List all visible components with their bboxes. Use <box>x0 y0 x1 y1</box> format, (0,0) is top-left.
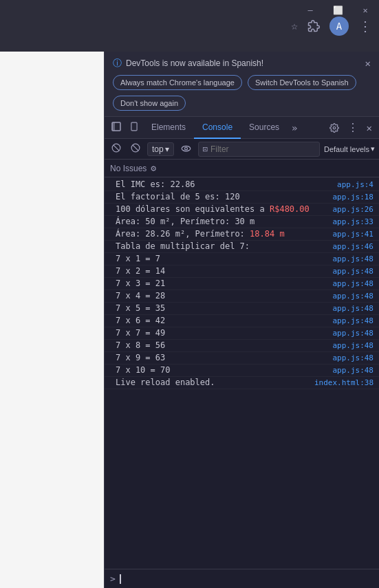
clear-console-icon[interactable] <box>109 142 124 156</box>
svg-point-10 <box>184 147 187 150</box>
info-icon: ⓘ <box>113 57 122 69</box>
browser-toolbar: — ⬜ ✕ ☆ A ⋮ <box>0 0 379 52</box>
console-input-area[interactable]: > <box>105 569 379 588</box>
console-line: 7 x 2 = 14 app.js:48 <box>105 265 379 278</box>
line-text: 7 x 7 = 49 <box>116 328 327 338</box>
console-toolbar: top ▾ ⊡ Default levels ▾ <box>105 139 379 160</box>
console-output: El IMC es: 22.86 app.js:4 El factorial d… <box>105 177 379 569</box>
switch-language-button[interactable]: Switch DevTools to Spanish <box>248 75 356 90</box>
line-text: 7 x 1 = 7 <box>116 254 327 263</box>
line-source[interactable]: index.html:38 <box>314 378 373 387</box>
console-line: 7 x 9 = 63 app.js:48 <box>105 352 379 364</box>
line-source[interactable]: app.js:48 <box>332 341 373 350</box>
console-line: Área: 28.26 m², Perímetro: 18.84 m app.j… <box>105 228 379 241</box>
line-source[interactable]: app.js:48 <box>332 353 373 362</box>
close-button[interactable]: ✕ <box>351 0 379 21</box>
page-content-area <box>0 52 104 588</box>
svg-point-4 <box>333 127 336 129</box>
line-text: 7 x 2 = 14 <box>116 266 327 276</box>
eye-icon[interactable] <box>178 142 194 155</box>
line-text: 100 dólares son equivalentes a R$480.00 <box>116 204 327 214</box>
block-icon[interactable] <box>128 142 143 156</box>
console-prompt: > <box>110 574 116 584</box>
notification-title: ⓘ DevTools is now available in Spanish! <box>113 57 263 69</box>
svg-line-6 <box>113 145 119 151</box>
tab-console[interactable]: Console <box>194 117 241 139</box>
notification-banner: ⓘ DevTools is now available in Spanish! … <box>105 52 379 117</box>
device-toggle-icon[interactable] <box>125 119 143 136</box>
line-source[interactable]: app.js:46 <box>332 242 373 251</box>
filter-area[interactable]: ⊡ <box>198 142 320 157</box>
filter-input[interactable] <box>210 144 315 154</box>
console-line: 7 x 10 = 70 app.js:48 <box>105 364 379 377</box>
line-text: El factorial de 5 es: 120 <box>116 192 327 202</box>
devtools-more-options-icon[interactable]: ⋮ <box>343 118 362 137</box>
default-levels-label: Default levels <box>324 145 369 153</box>
line-text: 7 x 10 = 70 <box>116 365 327 375</box>
line-source[interactable]: app.js:41 <box>332 230 373 239</box>
notification-header: ⓘ DevTools is now available in Spanish! … <box>113 57 371 69</box>
dont-show-button[interactable]: Don't show again <box>113 96 186 111</box>
svg-rect-2 <box>131 122 137 131</box>
tab-elements[interactable]: Elements <box>143 117 194 139</box>
line-source[interactable]: app.js:48 <box>332 316 373 325</box>
notification-buttons: Always match Chrome's language Switch De… <box>113 75 371 111</box>
console-line: 7 x 8 = 56 app.js:48 <box>105 340 379 352</box>
line-source[interactable]: app.js:48 <box>332 292 373 301</box>
line-source[interactable]: app.js:48 <box>332 329 373 338</box>
extensions-icon[interactable] <box>307 20 320 32</box>
line-text: 7 x 5 = 35 <box>116 303 327 313</box>
sidebar-toggle-icon[interactable] <box>107 119 125 136</box>
minimize-button[interactable]: — <box>296 0 324 21</box>
console-line: 7 x 7 = 49 app.js:48 <box>105 327 379 340</box>
line-text: 7 x 3 = 21 <box>116 279 327 288</box>
tab-sources[interactable]: Sources <box>241 117 288 139</box>
line-text: 7 x 9 = 63 <box>116 353 327 362</box>
line-source[interactable]: app.js:33 <box>332 217 373 226</box>
line-text: Área: 28.26 m², Perímetro: 18.84 m <box>116 229 327 239</box>
line-text: Tabla de multiplicar del 7: <box>116 241 327 251</box>
highlight-text: R$480.00 <box>270 204 310 214</box>
console-line: El IMC es: 22.86 app.js:4 <box>105 179 379 191</box>
match-language-button[interactable]: Always match Chrome's language <box>113 75 242 90</box>
console-line: Área: 50 m², Perímetro: 30 m app.js:33 <box>105 216 379 228</box>
console-line: El factorial de 5 es: 120 app.js:18 <box>105 191 379 204</box>
console-line: 7 x 1 = 7 app.js:48 <box>105 253 379 265</box>
levels-arrow: ▾ <box>371 144 375 153</box>
console-line: 100 dólares son equivalentes a R$480.00 … <box>105 204 379 216</box>
line-text: 7 x 6 = 42 <box>116 316 327 325</box>
issues-settings-icon[interactable]: ⚙ <box>151 163 156 173</box>
notification-close-button[interactable]: ✕ <box>365 58 371 69</box>
context-label: top <box>152 144 164 154</box>
context-dropdown[interactable]: top ▾ <box>147 142 174 156</box>
line-source[interactable]: app.js:48 <box>332 279 373 288</box>
console-line: 7 x 3 = 21 app.js:48 <box>105 278 379 290</box>
console-cursor <box>120 574 121 584</box>
console-line: Tabla de multiplicar del 7: app.js:46 <box>105 241 379 253</box>
line-text: Live reload enabled. <box>116 378 309 387</box>
issues-bar: No Issues ⚙ <box>105 160 379 177</box>
filter-icon: ⊡ <box>203 144 208 154</box>
line-source[interactable]: app.js:18 <box>332 193 373 202</box>
line-source[interactable]: app.js:4 <box>337 180 373 189</box>
console-line: 7 x 6 = 42 app.js:48 <box>105 315 379 327</box>
line-source[interactable]: app.js:48 <box>332 254 373 263</box>
svg-rect-1 <box>112 122 115 131</box>
more-tabs-button[interactable]: » <box>288 120 301 136</box>
line-source[interactable]: app.js:48 <box>332 267 373 276</box>
line-source[interactable]: app.js:48 <box>332 304 373 313</box>
line-text: El IMC es: 22.86 <box>116 179 332 189</box>
default-levels-dropdown[interactable]: Default levels ▾ <box>324 144 375 153</box>
star-icon[interactable]: ☆ <box>291 19 298 32</box>
line-text: 7 x 4 = 28 <box>116 291 327 301</box>
line-source[interactable]: app.js:48 <box>332 366 373 375</box>
devtools-tabs: Elements Console Sources » ⋮ ✕ <box>105 117 379 139</box>
svg-point-9 <box>182 146 191 151</box>
line-source[interactable]: app.js:26 <box>332 205 373 214</box>
console-line: 7 x 4 = 28 app.js:48 <box>105 290 379 303</box>
maximize-button[interactable]: ⬜ <box>324 0 351 21</box>
console-line: Live reload enabled. index.html:38 <box>105 377 379 389</box>
devtools-close-icon[interactable]: ✕ <box>362 120 376 136</box>
devtools-settings-icon[interactable] <box>325 120 343 135</box>
line-text: 7 x 8 = 56 <box>116 340 327 350</box>
